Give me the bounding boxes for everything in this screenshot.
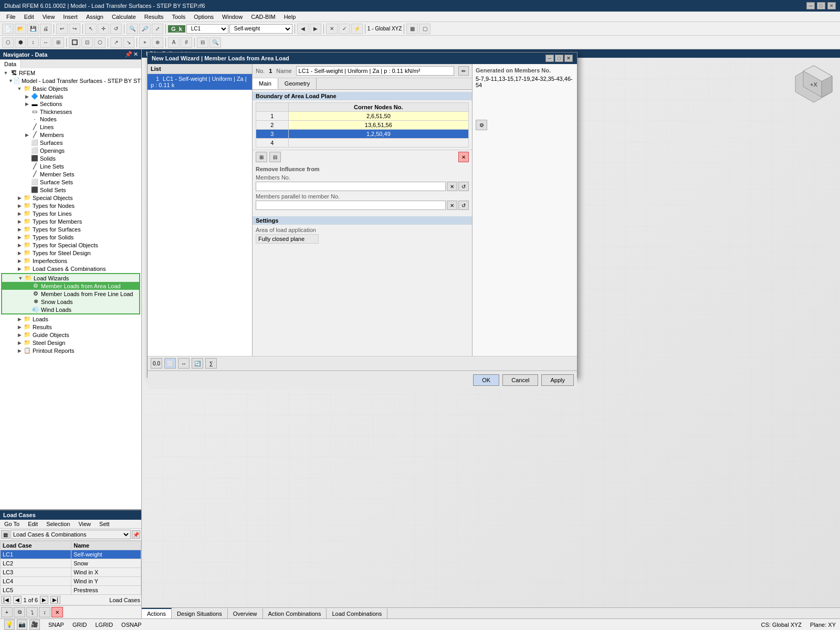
t2-number-btn[interactable]: # xyxy=(181,37,192,48)
menu-calculate[interactable]: Calculate xyxy=(108,13,140,21)
nav-openings[interactable]: ⬜ Openings xyxy=(1,146,140,154)
nav-loadwizards[interactable]: ▼ 📁 Load Wizards xyxy=(2,274,139,282)
nav-memberloadsarea[interactable]: ⚙ Member Loads from Area Load xyxy=(2,282,139,290)
boundary-row[interactable]: 213,6,51,56 xyxy=(256,121,469,130)
nav-surfaces[interactable]: ⬜ Surfaces xyxy=(1,139,140,146)
t2-filter-btn[interactable]: ⊟ xyxy=(197,37,208,48)
nav-surfacesets[interactable]: ⬜ Surface Sets xyxy=(1,178,140,186)
members-parallel-input[interactable] xyxy=(256,201,446,210)
nav-lines[interactable]: ╱ Lines xyxy=(1,123,140,131)
lc-type-dropdown[interactable]: Load Cases & Combinations xyxy=(10,530,131,539)
lc-last-btn[interactable]: ▶| xyxy=(50,596,60,604)
lc-next-btn[interactable]: ▶ xyxy=(40,596,48,604)
nav-typesforlines[interactable]: ▶ 📁 Types for Lines xyxy=(1,209,140,217)
print-btn[interactable]: 🖨 xyxy=(40,24,51,34)
close-btn[interactable]: ✕ xyxy=(827,2,836,9)
lc-delete-btn[interactable]: ✕ xyxy=(51,607,63,617)
t2-btn4[interactable]: ↔ xyxy=(40,37,51,48)
nav-typesforspecial[interactable]: ▶ 📁 Types for Special Objects xyxy=(1,241,140,249)
t2-btn7[interactable]: ⊡ xyxy=(81,37,93,48)
x-btn[interactable]: ✕ xyxy=(326,24,338,34)
dialog-tb5[interactable]: ∑ xyxy=(205,358,217,369)
dialog-apply-btn[interactable]: Apply xyxy=(541,374,574,386)
menu-file[interactable]: File xyxy=(2,13,20,21)
menu-window[interactable]: Window xyxy=(218,13,247,21)
members-parallel-select-btn[interactable]: ✕ xyxy=(447,201,457,210)
lc-sett[interactable]: Sett xyxy=(97,520,112,528)
menu-assign[interactable]: Assign xyxy=(82,13,108,21)
boundary-row[interactable]: 4 xyxy=(256,139,469,148)
lc-edit[interactable]: Edit xyxy=(26,520,40,528)
lc-prev-btn[interactable]: ◀ xyxy=(13,596,22,604)
nav-thicknesses[interactable]: ▭ Thicknesses xyxy=(1,108,140,116)
dialog-maximize-btn[interactable]: □ xyxy=(555,55,563,62)
lc-first-btn[interactable]: |◀ xyxy=(1,596,11,604)
rotate-btn[interactable]: ↺ xyxy=(110,24,122,34)
member-loads-dialog[interactable]: New Load Wizard | Member Loads from Area… xyxy=(147,52,578,377)
nav-sections[interactable]: ▶ ▬ Sections xyxy=(1,100,140,108)
fit-btn[interactable]: ⤢ xyxy=(152,24,163,34)
menu-view[interactable]: View xyxy=(38,13,59,21)
nav-typesforsteeldesign[interactable]: ▶ 📁 Types for Steel Design xyxy=(1,249,140,257)
dialog-edit-btn[interactable]: ✏ xyxy=(458,66,469,76)
boundary-row-value[interactable]: 2,6,51,50 xyxy=(288,112,468,121)
members-no-select-btn[interactable]: ✕ xyxy=(447,182,457,191)
dialog-tb1[interactable]: 0.0 xyxy=(151,358,162,369)
lc-insert-btn[interactable]: ⤵ xyxy=(26,607,38,617)
redo-btn[interactable]: ↪ xyxy=(69,24,80,34)
dialog-tb3[interactable]: ↔ xyxy=(178,358,190,369)
menu-options[interactable]: Options xyxy=(190,13,218,21)
boundary-row-value[interactable] xyxy=(288,139,468,148)
nav-snowloads[interactable]: ❄ Snow Loads xyxy=(2,298,139,306)
nav-guideobjects[interactable]: ▶ 📁 Guide Objects xyxy=(1,331,140,339)
nav-tab-data[interactable]: Data xyxy=(0,60,21,68)
nav-loadcasescombinations[interactable]: ▶ 📁 Load Cases & Combinations xyxy=(1,265,140,272)
nav-specialobjects[interactable]: ▶ 📁 Special Objects xyxy=(1,194,140,202)
lc-row[interactable]: LC4Wind in Y xyxy=(1,577,141,586)
nav-close-btn[interactable]: ✕ xyxy=(133,51,138,58)
nav-typesforsolids[interactable]: ▶ 📁 Types for Solids xyxy=(1,233,140,241)
nav-materials[interactable]: ▶ 🔷 Materials xyxy=(1,92,140,100)
nav-membersets[interactable]: ╱ Member Sets xyxy=(1,170,140,178)
select-btn[interactable]: ↖ xyxy=(85,24,97,34)
dialog-list-item-1[interactable]: 1 LC1 - Self-weight | Uniform | Za | p :… xyxy=(148,74,252,90)
nav-printoutreports[interactable]: ▶ 📋 Printout Reports xyxy=(1,346,140,354)
lc-view[interactable]: View xyxy=(76,520,93,528)
boundary-add-btn[interactable]: ⊞ xyxy=(256,152,267,162)
view3d-btn[interactable]: ◀ xyxy=(297,24,309,34)
nav-typesformembers[interactable]: ▶ 📁 Types for Members xyxy=(1,217,140,225)
boundary-row[interactable]: 12,6,51,50 xyxy=(256,112,469,121)
menu-edit[interactable]: Edit xyxy=(20,13,38,21)
nav-results[interactable]: ▶ 📁 Results xyxy=(1,323,140,331)
members-no-clear-btn[interactable]: ↺ xyxy=(458,182,469,191)
t2-btn11[interactable]: ⌖ xyxy=(139,37,151,48)
t2-btn5[interactable]: ⊞ xyxy=(52,37,64,48)
render-btn[interactable]: ▦ xyxy=(406,24,418,34)
tab-load-combinations[interactable]: Load Combinations xyxy=(327,608,387,618)
maximize-btn[interactable]: □ xyxy=(817,2,825,9)
nav-solids[interactable]: ⬛ Solids xyxy=(1,154,140,162)
tab-action-combinations[interactable]: Action Combinations xyxy=(263,608,327,618)
lc-row[interactable]: LC1Self-weight xyxy=(1,550,141,559)
open-btn[interactable]: 📂 xyxy=(15,24,26,34)
lc-row[interactable]: LC5Prestress xyxy=(1,586,141,595)
t2-label-btn[interactable]: A xyxy=(168,37,180,48)
lc-move-btn[interactable]: ↕ xyxy=(39,607,50,617)
t2-btn12[interactable]: ⊕ xyxy=(152,37,163,48)
lc-add-btn[interactable]: + xyxy=(1,607,13,617)
dialog-tab-geometry[interactable]: Geometry xyxy=(278,78,317,89)
boundary-row-value[interactable]: 1,2,50,49 xyxy=(288,130,468,139)
status-light-btn[interactable]: 💡 xyxy=(4,620,15,630)
lc-table-icon[interactable]: ▦ xyxy=(1,530,9,539)
nav-windloads[interactable]: 💨 Wind Loads xyxy=(2,306,139,313)
boundary-row[interactable]: 31,2,50,49 xyxy=(256,130,469,139)
lc-row[interactable]: LC2Snow xyxy=(1,559,141,568)
undo-btn[interactable]: ↩ xyxy=(56,24,68,34)
nav-memberloadsfreeline[interactable]: ⚙ Member Loads from Free Line Load xyxy=(2,290,139,298)
menu-help[interactable]: Help xyxy=(280,13,300,21)
nav-cube[interactable]: +X xyxy=(793,63,835,105)
lc-pin-btn[interactable]: 📌 xyxy=(132,530,140,539)
dialog-ok-btn[interactable]: OK xyxy=(473,374,499,386)
t2-btn2[interactable]: ⬢ xyxy=(15,37,26,48)
boundary-remove-btn[interactable]: ⊟ xyxy=(269,152,281,162)
